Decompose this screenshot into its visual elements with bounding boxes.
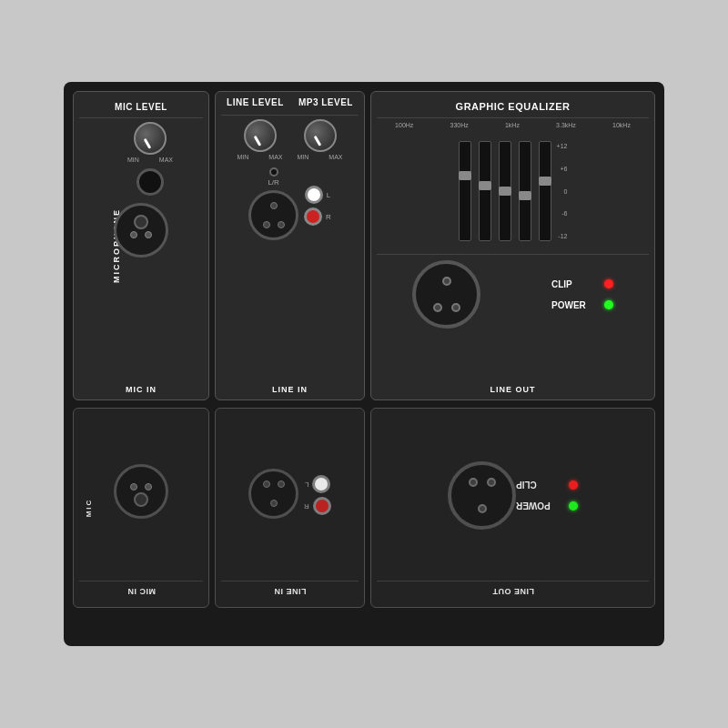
line-knob-labels: MIN MAX [238, 154, 283, 160]
bottom-power-row: POWER [516, 501, 578, 511]
line-max-label: MAX [268, 154, 282, 160]
bottom-line-title: LINE IN [274, 587, 307, 596]
eq-slider-1[interactable] [459, 141, 471, 241]
bottom-rca-l [312, 476, 330, 494]
line-in-label: LINE IN [272, 385, 308, 394]
power-label: POWER [551, 300, 597, 310]
bottom-panel: MIC IN MIC LINE IN [73, 408, 655, 608]
xlr-large-top-pin [442, 277, 451, 286]
rca-r-label: R [326, 213, 331, 221]
line-xlr-connector[interactable] [248, 190, 298, 240]
line-min-label: MIN [238, 154, 249, 160]
mic-min-label: MIN [127, 157, 139, 163]
mp3-knob-group: MIN MAX [298, 119, 343, 160]
bottom-mic-vertical: MIC [85, 499, 93, 518]
bottom-mic-title: MIC IN [127, 587, 156, 596]
bottom-xlr-connector [114, 465, 168, 520]
eq-slider-5[interactable] [539, 141, 551, 241]
bottom-mic-section: MIC IN MIC [73, 408, 209, 608]
mp3-level-title: MP3 LEVEL [298, 97, 353, 107]
bottom-clip-label: CLIP [516, 480, 561, 490]
eq-title: GRAPHIC EQUALIZER [456, 101, 571, 112]
mic-section: MIC LEVEL MICROPHONE MIN MAX MIC IN [73, 91, 209, 400]
line-level-knob[interactable] [244, 119, 277, 152]
mp3-knob-labels: MIN MAX [298, 154, 343, 160]
eq-freq-1k: 1kHz [505, 122, 520, 128]
indicators: CLIP POWER [551, 279, 613, 310]
eq-sliders [459, 136, 551, 246]
xlr-large-pin-1 [433, 303, 442, 312]
bottom-rca-r-label: R [304, 502, 309, 511]
mic-knob-area: MIN MAX [127, 122, 173, 196]
mic-level-knob[interactable] [134, 122, 167, 155]
clip-led [604, 279, 613, 288]
xlr-large-bottom-pins [433, 303, 460, 312]
clip-label: CLIP [551, 279, 597, 289]
mp3-level-knob[interactable] [304, 119, 337, 152]
bottom-power-led [569, 501, 578, 511]
line-out-label: LINE OUT [490, 385, 536, 394]
bottom-indicators: POWER CLIP [516, 480, 578, 511]
top-panel: MIC LEVEL MICROPHONE MIN MAX MIC IN [73, 91, 655, 400]
xlr-pin-2 [145, 231, 152, 238]
eq-scale-n6: -6 [557, 210, 568, 217]
xlr-pin-1 [130, 231, 137, 238]
eq-freq-10k: 10kHz [612, 122, 631, 128]
bottom-lineout-title: LINE OUT [492, 587, 534, 596]
mic-max-label: MAX [159, 157, 173, 163]
eq-section: GRAPHIC EQUALIZER 100Hz 330Hz 1kHz 3.3kH… [370, 91, 655, 400]
mic-trs-jack[interactable] [136, 168, 164, 196]
bottom-rca-l-label: L [305, 480, 308, 489]
bottom-lineout-section: LINE OUT POWER [370, 408, 655, 608]
mic-xlr-pins [130, 231, 152, 238]
rca-l-connector[interactable] [305, 186, 323, 204]
eq-scale: +12 +6 0 -6 -12 [557, 141, 568, 241]
eq-slider-2[interactable] [479, 141, 491, 241]
eq-scale-n12: -12 [557, 233, 568, 239]
xlr-sm-pin-2 [278, 221, 285, 228]
eq-freq-labels: 100Hz 330Hz 1kHz 3.3kHz 10kHz [377, 122, 649, 128]
mic-level-title: MIC LEVEL [115, 102, 167, 112]
line-controls: MIN MAX MIN MAX [238, 119, 343, 160]
eq-freq-3k: 3.3kHz [556, 122, 576, 128]
eq-scale-0: 0 [557, 188, 568, 195]
line-lr-dot [269, 167, 278, 177]
eq-scale-12: +12 [557, 143, 568, 149]
bottom-line-section: LINE IN R L [215, 408, 365, 608]
eq-freq-100: 100Hz [395, 122, 413, 128]
clip-indicator-row: CLIP [551, 279, 613, 289]
xlr-sm-bottom-pins [263, 221, 285, 228]
lr-label: L/R [268, 178, 278, 187]
bottom-rca-r [313, 498, 331, 516]
eq-freq-330: 330Hz [450, 122, 469, 128]
eq-slider-4[interactable] [519, 141, 531, 241]
bottom-clip-row: CLIP [516, 480, 578, 490]
bottom-line-xlr [248, 469, 298, 519]
xlr-sm-top-pin [270, 202, 278, 209]
power-indicator-row: POWER [551, 300, 613, 310]
line-section: LINE LEVEL MP3 LEVEL MIN MAX MIN MAX [215, 91, 365, 400]
eq-slider-3[interactable] [499, 141, 511, 241]
xlr-large-pin-2 [451, 303, 460, 312]
bottom-clip-led [569, 480, 578, 490]
line-knob-group: MIN MAX [238, 119, 283, 160]
eq-scale-6: +6 [557, 166, 568, 172]
mic-xlr-connector[interactable] [114, 203, 168, 258]
mic-in-label: MIC IN [126, 385, 157, 394]
bottom-power-label: POWER [516, 501, 561, 511]
eq-sliders-area: +12 +6 0 -6 -12 [459, 132, 568, 250]
line-level-title: LINE LEVEL [227, 97, 284, 107]
main-panel: MIC LEVEL MICROPHONE MIN MAX MIC IN [64, 82, 664, 646]
mic-knob-labels: MIN MAX [127, 157, 173, 163]
rca-l-label: L [327, 191, 330, 199]
power-led [604, 300, 613, 309]
xlr-sm-pin-1 [263, 221, 270, 228]
bottom-lineout-xlr [448, 461, 516, 530]
line-out-xlr[interactable] [412, 260, 480, 329]
rca-r-connector[interactable] [304, 207, 322, 226]
